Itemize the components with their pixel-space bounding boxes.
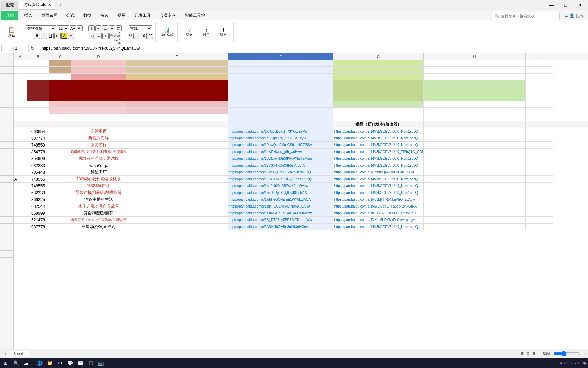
col-header-h[interactable]: H — [424, 53, 526, 60]
cell[interactable] — [126, 149, 228, 155]
cell[interactable] — [424, 142, 526, 149]
cell-url[interactable]: https://pan.baidu.com/s/1cQBxwR0EMKFkAYb… — [228, 155, 333, 162]
cell[interactable] — [14, 210, 27, 217]
merge-center-button[interactable]: 合并居中 — [109, 33, 121, 39]
cell[interactable] — [14, 224, 27, 230]
cell[interactable] — [49, 176, 71, 183]
zoom-out-button[interactable]: − — [538, 352, 540, 356]
cell-name[interactable]: 水生之境：吸血鬼战争 — [71, 203, 126, 210]
cell[interactable] — [14, 67, 27, 74]
cell[interactable] — [126, 108, 228, 114]
cell[interactable] — [228, 67, 333, 74]
tab-page-layout[interactable]: 页面布局 — [37, 11, 62, 20]
cell-url[interactable]: https://pan.baidu.com/s/1wfiHeGCvfamE1WY… — [228, 196, 333, 203]
cell[interactable] — [526, 101, 553, 108]
cell[interactable] — [333, 60, 424, 67]
tab-data[interactable]: 数据 — [79, 11, 96, 20]
cell-url2[interactable]: https://pan.baidu.com/s/14V3kGCEV8fqUX_7… — [333, 149, 424, 155]
cell[interactable] — [526, 176, 553, 183]
cell[interactable]: 632333 — [27, 189, 49, 196]
cell[interactable] — [49, 224, 71, 230]
tab-review[interactable]: 审阅 — [96, 11, 113, 20]
cell[interactable]: 854999 — [27, 155, 49, 162]
cell[interactable] — [14, 142, 27, 149]
cell[interactable]: 632233 — [27, 162, 49, 169]
name-box[interactable] — [1, 45, 29, 52]
cell-url[interactable]: https://pan.baidu.com/s/1owEHUrIu_gIh_wu… — [228, 149, 333, 155]
cell-name[interactable]: 勇敢者的游戏：游戏版 — [71, 155, 126, 162]
cell[interactable] — [526, 224, 553, 230]
cell[interactable] — [27, 74, 49, 80]
cell[interactable] — [526, 196, 553, 203]
font-color-button[interactable]: A — [68, 33, 74, 39]
cell-url2[interactable]: https://pan.baidu.com/s/1VXim6LDY8lkEsOn… — [333, 217, 424, 224]
cell[interactable] — [126, 114, 228, 121]
cell[interactable] — [49, 189, 71, 196]
cell-url2[interactable]: https://pan.baidu.com/s/14V3kGCEV8fqUX_N… — [333, 155, 424, 162]
cell[interactable] — [526, 183, 553, 189]
cell-url-selected[interactable]: https://pan.baidu.com/s/1PzwQcgFMmGS9Juc… — [228, 142, 333, 149]
cell[interactable] — [526, 80, 553, 101]
cell[interactable] — [126, 142, 228, 149]
cell[interactable] — [27, 108, 49, 114]
sheet-add-button[interactable]: + — [3, 351, 9, 357]
cell[interactable] — [49, 121, 71, 128]
cell-name[interactable]: 勇者斗恶龙：创世小宇家2/单机.网络版机 — [71, 217, 126, 224]
cell[interactable] — [14, 162, 27, 169]
cell[interactable] — [49, 108, 71, 114]
cell[interactable]: 748555 — [27, 183, 49, 189]
cell[interactable] — [424, 80, 526, 101]
cell[interactable] — [526, 67, 553, 74]
cell[interactable] — [424, 176, 526, 183]
cell[interactable] — [71, 108, 126, 114]
cell-url2[interactable]: https://pan.baidu.com/s/14V3kGCEV8fqUX_N… — [333, 162, 424, 169]
view-page-icon[interactable]: ⊟ — [532, 351, 535, 356]
cell-name[interactable]: 幽灵游行 — [71, 142, 126, 149]
header-cell-gift[interactable]: 赠品（历代版本/修改器） — [333, 121, 424, 128]
cell[interactable] — [424, 155, 526, 162]
cell[interactable] — [71, 67, 126, 74]
cell[interactable] — [424, 183, 526, 189]
cell-id[interactable] — [14, 128, 27, 135]
cell-url2[interactable]: https://pan.baidu.com/s/1EmbuiTj42vYuPaG… — [333, 169, 424, 176]
cell[interactable] — [424, 121, 526, 128]
align-middle-button[interactable]: ≡ — [95, 25, 101, 31]
cell[interactable] — [49, 169, 71, 176]
cell[interactable] — [228, 74, 333, 80]
cell[interactable]: 748555 — [27, 176, 49, 183]
col-header-b[interactable]: B — [27, 53, 49, 60]
cell-name[interactable]: 芬合和魔巴/魔芬 — [71, 210, 126, 217]
cell-name[interactable]: 野性的海洋 — [71, 135, 126, 142]
cell[interactable]: 632544 — [27, 203, 49, 210]
cell[interactable] — [526, 135, 553, 142]
cell[interactable] — [424, 189, 526, 196]
tab-start[interactable]: 开始 — [1, 11, 18, 20]
cell[interactable] — [424, 74, 526, 80]
view-normal-icon[interactable]: ⊞ — [521, 351, 524, 356]
cell[interactable]: 658999 — [27, 210, 49, 217]
cell[interactable] — [424, 135, 526, 142]
cell-url2[interactable]: https://pan.baidu.com/s/14V3kGCEV8fqUX_N… — [333, 189, 424, 196]
cell[interactable] — [14, 149, 27, 155]
conditional-format-button[interactable]: 📊 条件格式 — [159, 25, 175, 39]
cell-url2[interactable]: https://pan.baidu.com/s/1Pd3bfHhR5NkaVhQ… — [333, 196, 424, 203]
cell[interactable]: 987778 — [27, 224, 49, 230]
align-center-button[interactable]: ≡ — [96, 33, 102, 39]
cell[interactable] — [526, 60, 553, 67]
cell[interactable]: 748559 — [27, 142, 49, 149]
cell[interactable] — [71, 121, 126, 128]
cell[interactable] — [14, 155, 27, 162]
cell[interactable] — [27, 80, 49, 101]
cell[interactable] — [424, 128, 526, 135]
cell-url[interactable]: https://pan.baidu.com/s/1_XOXRRb_UGyl17d… — [228, 176, 333, 183]
cell[interactable] — [126, 135, 228, 142]
cell[interactable] — [49, 210, 71, 217]
cell[interactable] — [333, 74, 424, 80]
cell[interactable] — [424, 60, 526, 67]
cell[interactable] — [71, 114, 126, 121]
align-top-button[interactable]: ⊤ — [88, 25, 95, 31]
cell[interactable] — [14, 101, 27, 108]
percent-button[interactable]: % — [128, 33, 134, 39]
cell[interactable] — [526, 128, 553, 135]
cell-name[interactable]: 永远不再 — [71, 128, 126, 135]
